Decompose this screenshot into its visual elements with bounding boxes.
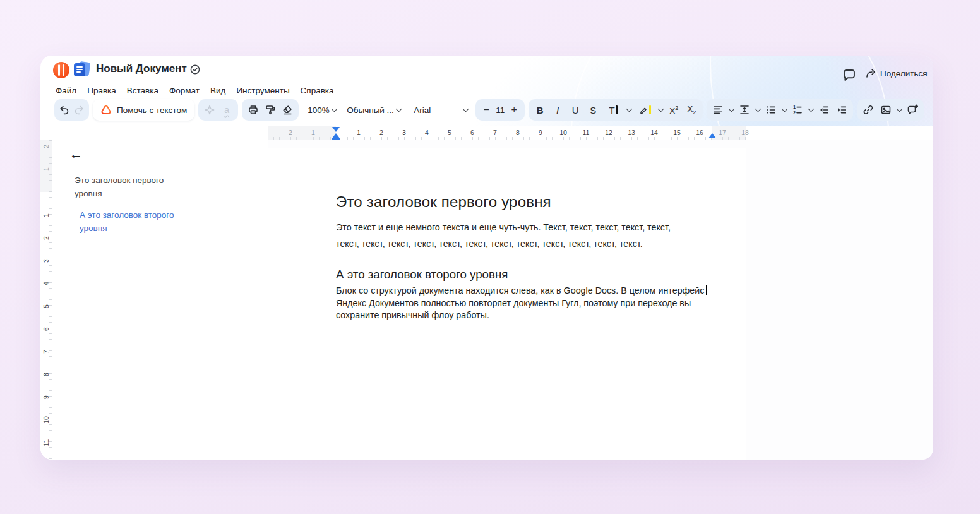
ai-assist-label: Помочь с текстом — [117, 105, 187, 115]
ruler-number: 9 — [529, 126, 552, 140]
font-size-decrease-button[interactable]: − — [479, 101, 493, 119]
ruler-margin-numbers: 21 — [279, 126, 325, 140]
chevron-down-icon[interactable] — [658, 106, 664, 112]
clear-format-icon[interactable] — [279, 101, 296, 119]
share-button[interactable]: Поделиться — [865, 68, 928, 79]
subscript-button[interactable]: X2 — [683, 101, 700, 119]
highlight-button[interactable] — [634, 101, 655, 119]
chevron-down-icon[interactable] — [729, 106, 735, 112]
paragraph-line: сохраните привычный флоу работы. — [336, 310, 489, 320]
horizontal-ruler[interactable]: 21 12345678910111213141516 1718 — [40, 126, 933, 141]
bold-button[interactable]: B — [532, 101, 548, 119]
doc-paragraph-1[interactable]: Это текст и еще немного текста и еще чут… — [336, 219, 713, 252]
ruler-number: 10 — [40, 409, 52, 431]
menu-item[interactable]: Формат — [169, 86, 200, 95]
paragraph-line: Это текст и еще немного текста и еще чут… — [336, 222, 671, 232]
ruler-number: 4 — [415, 126, 438, 140]
doc-heading-1[interactable]: Это заголовок первого уровня — [336, 193, 713, 211]
add-comment-button[interactable] — [904, 101, 921, 119]
print-icon[interactable] — [245, 101, 261, 119]
bullet-list-button[interactable] — [763, 101, 779, 119]
undo-button[interactable] — [57, 101, 71, 119]
ruler-number: 5 — [438, 126, 461, 140]
ruler-number: 1 — [347, 126, 370, 140]
doc-paragraph-2[interactable]: Блок со структурой документа находится с… — [336, 285, 713, 322]
ruler-numbers: 12345678910111213141516 — [347, 126, 711, 140]
chevron-down-icon[interactable] — [808, 106, 815, 112]
chevron-down-icon — [331, 106, 337, 112]
document-canvas: Это заголовок первого уровня Это текст и… — [268, 140, 933, 460]
chevron-down-icon — [463, 106, 469, 112]
ruler-number: 1 — [40, 204, 52, 227]
menu-item[interactable]: Правка — [87, 86, 116, 95]
ruler-number: 4 — [40, 272, 52, 295]
zoom-select[interactable]: 100% — [302, 101, 338, 119]
ruler-number: 1 — [40, 158, 52, 181]
menu-item[interactable]: Файл — [56, 86, 76, 95]
menu-item[interactable]: Справка — [301, 86, 334, 95]
align-button[interactable] — [710, 101, 726, 119]
ruler-margin-numbers: 1718 — [711, 126, 756, 140]
comments-icon[interactable] — [842, 68, 856, 81]
chevron-down-icon[interactable] — [897, 106, 903, 112]
chevron-down-icon[interactable] — [626, 106, 633, 112]
ruler-number: 5 — [40, 295, 52, 318]
zoom-value: 100% — [308, 105, 330, 115]
ruler-number: 8 — [40, 363, 52, 386]
format-painter-icon[interactable] — [262, 101, 278, 119]
first-line-indent-marker[interactable] — [332, 127, 340, 132]
line-spacing-button[interactable] — [736, 101, 753, 119]
share-icon — [865, 68, 876, 79]
font-size-value[interactable]: 11 — [494, 105, 506, 115]
underline-button[interactable]: U — [567, 101, 583, 119]
paragraph-line: текст, текст, текст, текст, текст, текст… — [336, 239, 643, 249]
ruler-number: 12 — [597, 126, 620, 140]
spellcheck-icon[interactable]: a — [218, 101, 235, 119]
chevron-down-icon[interactable] — [755, 106, 762, 112]
app-window: Новый Документ Поделиться ФайлПравкаВста… — [40, 56, 933, 460]
font-size-increase-button[interactable]: + — [507, 101, 521, 119]
outline-item-heading2[interactable]: А это заголовок второго уровня — [80, 209, 190, 235]
redo-button[interactable] — [72, 101, 86, 119]
chevron-down-icon[interactable] — [782, 106, 788, 112]
menu-item[interactable]: Инструменты — [236, 86, 289, 95]
ruler-number: 2 — [370, 126, 393, 140]
outline-item-heading1[interactable]: Это заголовок первого уровня — [75, 174, 185, 200]
menu-item[interactable]: Вставка — [127, 86, 158, 95]
right-indent-marker[interactable] — [708, 133, 716, 138]
toolbar: Помочь с текстом a — [54, 99, 924, 121]
superscript-button[interactable]: X2 — [666, 101, 682, 119]
ruler-number: 7 — [484, 126, 506, 140]
share-label: Поделиться — [880, 69, 928, 78]
insert-link-button[interactable] — [860, 101, 876, 119]
page-body: Это заголовок первого уровня Это текст и… — [268, 148, 746, 322]
ruler-number: 10 — [552, 126, 575, 140]
strikethrough-button[interactable]: S — [585, 101, 601, 119]
menu-item[interactable]: Вид — [210, 86, 225, 95]
vertical-ruler[interactable]: 21 1234567891011 — [40, 140, 52, 460]
font-family-select[interactable]: Arial — [409, 101, 472, 119]
ruler-number: 1 — [302, 126, 325, 140]
doc-heading-2[interactable]: А это заголовок второго уровня — [336, 268, 713, 282]
yandex-360-logo-icon[interactable] — [53, 62, 69, 78]
collapse-outline-button[interactable]: ← — [66, 145, 87, 163]
paragraph-style-select[interactable]: Обычный ... — [342, 101, 405, 119]
document-app-icon — [73, 61, 91, 78]
print-tools-group — [242, 99, 299, 121]
ruler-number: 2 — [279, 126, 302, 140]
text-color-button[interactable]: T — [602, 101, 624, 119]
sparkle-icon[interactable] — [201, 101, 218, 119]
insert-image-button[interactable] — [878, 101, 894, 119]
numbered-list-button[interactable]: 12 — [789, 101, 806, 119]
increase-indent-button[interactable] — [834, 101, 850, 119]
italic-button[interactable]: I — [549, 101, 566, 119]
ruler-number: 18 — [734, 126, 756, 140]
document-page[interactable]: Это заголовок первого уровня Это текст и… — [268, 148, 746, 460]
ruler-number: 6 — [461, 126, 484, 140]
font-size-stepper: − 11 + — [475, 99, 525, 121]
decrease-indent-button[interactable] — [816, 101, 832, 119]
ruler-number: 2 — [40, 135, 52, 158]
text-format-group: B I U S T X2 X2 — [529, 99, 703, 121]
document-title[interactable]: Новый Документ — [96, 63, 187, 75]
ai-assist-button[interactable]: Помочь с текстом — [93, 99, 194, 121]
